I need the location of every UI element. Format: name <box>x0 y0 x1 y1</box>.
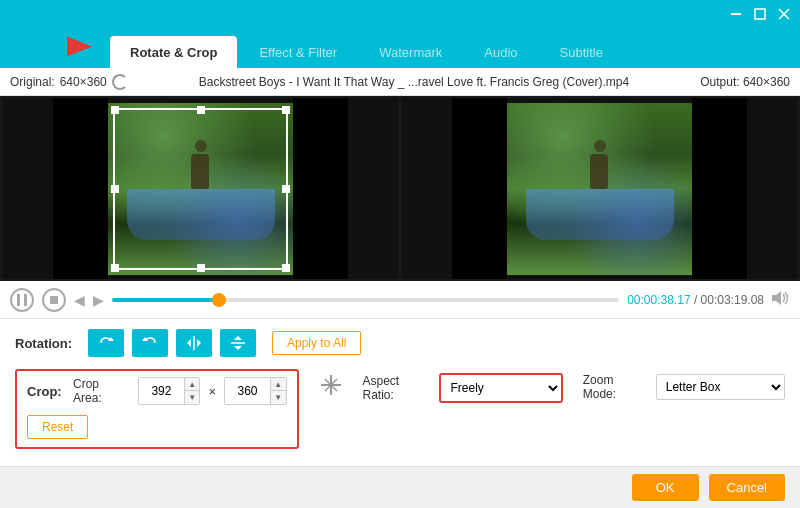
crop-height-up[interactable]: ▲ <box>270 378 286 391</box>
rotate-cw-button[interactable] <box>132 329 168 357</box>
crop-width-down[interactable]: ▼ <box>184 391 200 404</box>
crosshair-icon <box>319 373 343 397</box>
tab-audio[interactable]: Audio <box>464 36 537 68</box>
prev-frame-button[interactable]: ◀ <box>74 292 85 308</box>
rotate-ccw-button[interactable] <box>88 329 124 357</box>
crop-handle-tm[interactable] <box>197 106 205 114</box>
crop-cross-icon <box>319 369 343 397</box>
crop-box: Crop: Crop Area: ▲ ▼ × ▲ ▼ <box>15 369 299 449</box>
black-bar-right-l <box>293 98 348 279</box>
person-silhouette <box>191 154 209 189</box>
ok-button[interactable]: OK <box>632 474 699 501</box>
aspect-ratio-section: Aspect Ratio: Freely 16:9 4:3 1:1 9:16 <box>363 369 563 403</box>
preview-area <box>0 96 800 281</box>
time-current: 00:00:38.17 <box>627 293 690 307</box>
crop-reset-row: Reset <box>27 415 287 439</box>
flip-horizontal-button[interactable] <box>176 329 212 357</box>
left-video-frame <box>108 103 293 275</box>
title-bar <box>0 0 800 28</box>
tab-watermark[interactable]: Watermark <box>359 36 462 68</box>
crop-handle-br[interactable] <box>282 264 290 272</box>
black-bar-right-r <box>692 98 747 279</box>
zoom-label: Zoom Mode: <box>583 373 650 401</box>
reset-button[interactable]: Reset <box>27 415 88 439</box>
tab-subtitle[interactable]: Subtitle <box>540 36 623 68</box>
pause-button[interactable] <box>10 288 34 312</box>
stop-icon <box>50 296 58 304</box>
time-separator: / <box>694 293 697 307</box>
svg-rect-1 <box>755 9 765 19</box>
tab-bar: Rotate & Crop Effect & Filter Watermark … <box>0 28 800 68</box>
rotation-row: Rotation: Apply to All <box>15 329 785 357</box>
original-label: Original: <box>10 75 55 89</box>
progress-bar[interactable] <box>112 298 619 302</box>
svg-rect-5 <box>17 294 20 306</box>
crop-width-input-group: ▲ ▼ <box>138 377 201 405</box>
time-display: 00:00:38.17 / 00:03:19.08 <box>627 293 764 307</box>
apply-all-button[interactable]: Apply to All <box>272 331 361 355</box>
crop-height-spinner: ▲ ▼ <box>270 378 286 404</box>
main-window: Rotate & Crop Effect & Filter Watermark … <box>0 0 800 508</box>
minimize-button[interactable] <box>728 6 744 22</box>
tab-rotate-crop[interactable]: Rotate & Crop <box>110 36 237 68</box>
rotation-label: Rotation: <box>15 336 80 351</box>
volume-icon[interactable] <box>772 291 790 308</box>
arrow-indicator <box>12 32 92 62</box>
crop-handle-bl[interactable] <box>111 264 119 272</box>
crop-handle-ml[interactable] <box>111 185 119 193</box>
controls-area: Rotation: Apply to All Crop: Crop Area: <box>0 319 800 466</box>
zoom-select[interactable]: Letter Box Pan & Scan Full <box>656 374 785 400</box>
crop-height-input[interactable] <box>225 378 270 404</box>
svg-marker-15 <box>234 346 242 350</box>
crop-height-input-group: ▲ ▼ <box>224 377 287 405</box>
person-silhouette-r <box>590 154 608 189</box>
preview-left <box>2 98 399 279</box>
aspect-select[interactable]: Freely 16:9 4:3 1:1 9:16 <box>441 375 561 401</box>
svg-marker-11 <box>187 339 191 347</box>
time-total: 00:03:19.08 <box>701 293 764 307</box>
crop-fields-row: Crop: Crop Area: ▲ ▼ × ▲ ▼ <box>27 377 287 405</box>
next-frame-button[interactable]: ▶ <box>93 292 104 308</box>
window-controls <box>728 6 792 22</box>
refresh-icon[interactable] <box>112 74 128 90</box>
tab-effect-filter[interactable]: Effect & Filter <box>239 36 357 68</box>
preview-right <box>401 98 798 279</box>
filename-display: Backstreet Boys - I Want It That Way _ .… <box>128 75 700 89</box>
original-info: Original: 640×360 <box>10 74 128 90</box>
output-info: Output: 640×360 <box>700 75 790 89</box>
crop-handle-bm[interactable] <box>197 264 205 272</box>
crop-handle-mr[interactable] <box>282 185 290 193</box>
aspect-label: Aspect Ratio: <box>363 374 434 402</box>
output-label: Output: <box>700 75 739 89</box>
svg-marker-4 <box>12 37 92 57</box>
playback-bar: ◀ ▶ 00:00:38.17 / 00:03:19.08 <box>0 281 800 319</box>
maximize-button[interactable] <box>752 6 768 22</box>
crop-handle-tr[interactable] <box>282 106 290 114</box>
svg-marker-14 <box>234 336 242 340</box>
svg-rect-0 <box>731 13 741 15</box>
original-size: 640×360 <box>60 75 107 89</box>
output-size: 640×360 <box>743 75 790 89</box>
bottom-bar: OK Cancel <box>0 466 800 508</box>
crop-and-aspect-row: Crop: Crop Area: ▲ ▼ × ▲ ▼ <box>15 369 785 449</box>
crop-width-input[interactable] <box>139 378 184 404</box>
zoom-mode-section: Zoom Mode: Letter Box Pan & Scan Full <box>583 369 785 401</box>
progress-fill <box>112 298 219 302</box>
svg-marker-7 <box>772 291 781 305</box>
crop-width-spinner: ▲ ▼ <box>184 378 200 404</box>
crop-height-down[interactable]: ▼ <box>270 391 286 404</box>
progress-thumb[interactable] <box>212 293 226 307</box>
black-bar-left-r <box>452 98 507 279</box>
black-bar-left <box>53 98 108 279</box>
flip-vertical-button[interactable] <box>220 329 256 357</box>
crop-area-label: Crop Area: <box>73 377 130 405</box>
stop-button[interactable] <box>42 288 66 312</box>
crop-handle-tl[interactable] <box>111 106 119 114</box>
right-video-frame <box>507 103 692 275</box>
info-bar: Original: 640×360 Backstreet Boys - I Wa… <box>0 68 800 96</box>
crop-width-up[interactable]: ▲ <box>184 378 200 391</box>
svg-rect-6 <box>24 294 27 306</box>
close-button[interactable] <box>776 6 792 22</box>
cancel-button[interactable]: Cancel <box>709 474 785 501</box>
crop-label: Crop: <box>27 384 65 399</box>
